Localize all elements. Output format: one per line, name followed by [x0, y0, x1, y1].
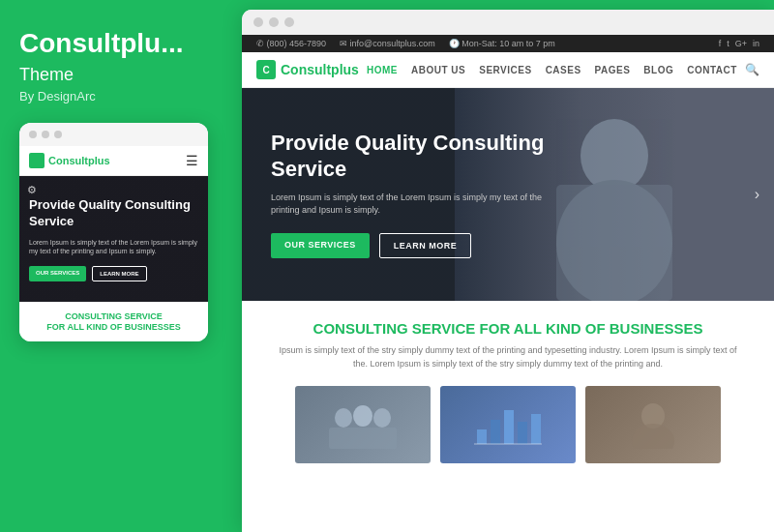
mobile-logo: Consultplus — [29, 153, 110, 168]
mobile-hero-text: Lorem Ipsum is simply text of the Lorem … — [29, 238, 198, 257]
mobile-logo-icon — [29, 153, 45, 168]
mobile-logo-text: Consultplus — [48, 155, 110, 166]
team-illustration — [324, 400, 402, 449]
mobile-services-button[interactable]: OUR SERVICES — [29, 266, 86, 281]
consulting-images — [271, 386, 745, 463]
svg-rect-11 — [531, 414, 541, 444]
mobile-preview-card: Consultplus ☰ ⚙ Provide Quality Consulti… — [19, 123, 208, 341]
search-icon[interactable]: 🔍 — [745, 63, 759, 76]
left-panel: Consultplu... Theme By DesignArc Consult… — [0, 0, 234, 532]
hero-next-arrow[interactable]: › — [755, 186, 759, 203]
theme-subtitle: Theme — [19, 65, 74, 85]
nav-links: HOME ABOUT US SERVICES CASES PAGES BLOG … — [367, 65, 737, 75]
svg-rect-9 — [504, 410, 514, 444]
svg-rect-6 — [329, 428, 397, 449]
site-logo-icon: C — [256, 60, 276, 79]
desktop-dot-2 — [269, 17, 279, 27]
mobile-dot-1 — [29, 131, 37, 138]
contact-info: ✆ (800) 456-7890 ✉ info@consultplus.com … — [256, 39, 555, 48]
hero-services-button[interactable]: OUR SERVICES — [271, 233, 370, 258]
desktop-dot-1 — [253, 17, 263, 27]
site-nav-bar: C Consultplus HOME ABOUT US SERVICES CAS… — [242, 52, 774, 88]
nav-link-contact[interactable]: CONTACT — [687, 65, 737, 75]
mobile-section-title: CONSULTING SERVICE FOR ALL KIND OF BUSIN… — [29, 311, 198, 334]
consulting-section: CONSULTING SERVICE FOR ALL KIND OF BUSIN… — [242, 301, 774, 483]
site-header-bar: ✆ (800) 456-7890 ✉ info@consultplus.com … — [242, 35, 774, 52]
chart-illustration — [469, 400, 547, 449]
mobile-consulting-section: CONSULTING SERVICE FOR ALL KIND OF BUSIN… — [19, 302, 208, 341]
email-info: ✉ info@consultplus.com — [340, 39, 435, 48]
facebook-icon[interactable]: f — [719, 39, 722, 48]
consulting-title: CONSULTING SERVICE FOR ALL KIND OF BUSIN… — [271, 320, 745, 337]
svg-point-5 — [373, 408, 391, 428]
person-image — [585, 386, 721, 463]
nav-link-pages[interactable]: PAGES — [595, 65, 631, 75]
hero-learn-button[interactable]: LEARN MORE — [379, 233, 472, 258]
nav-link-blog[interactable]: BLOG — [643, 65, 673, 75]
consulting-title-green: CONSULTING SERVICE — [313, 320, 476, 337]
team-image — [295, 386, 431, 463]
desktop-browser-bar — [242, 10, 774, 35]
mobile-dot-3 — [54, 131, 62, 138]
hero-title: Provide Quality Consulting Service — [271, 131, 561, 182]
social-links: f t G+ in — [719, 39, 759, 48]
consulting-title-rest: FOR ALL KIND OF BUSINESSES — [475, 320, 702, 337]
chart-image — [440, 386, 576, 463]
svg-point-14 — [632, 424, 674, 449]
nav-link-home[interactable]: HOME — [367, 65, 398, 75]
hero-body-text: Lorem Ipsum is simply text of the Lorem … — [271, 192, 561, 218]
svg-point-3 — [335, 408, 352, 428]
consulting-body: Ipsum is simply text of the stry simply … — [271, 344, 745, 370]
svg-rect-7 — [477, 429, 487, 444]
mobile-hero: ⚙ Provide Quality Consulting Service Lor… — [19, 176, 208, 302]
theme-title: Consultplu... — [19, 29, 184, 59]
googleplus-icon[interactable]: G+ — [735, 39, 747, 48]
desktop-dot-3 — [284, 17, 294, 27]
nav-link-services[interactable]: SERVICES — [479, 65, 531, 75]
nav-link-about[interactable]: ABOUT US — [411, 65, 465, 75]
mobile-nav: Consultplus ☰ — [19, 146, 208, 176]
hero-content: Provide Quality Consulting Service Lorem… — [271, 131, 561, 258]
nav-link-cases[interactable]: CASES — [546, 65, 581, 75]
person2-illustration — [614, 400, 692, 449]
hero-buttons: OUR SERVICES LEARN MORE — [271, 233, 561, 258]
mobile-dot-2 — [42, 131, 49, 138]
theme-author: By DesignArc — [19, 89, 96, 103]
site-logo: C Consultplus — [256, 60, 359, 79]
desktop-preview-panel: ✆ (800) 456-7890 ✉ info@consultplus.com … — [242, 10, 774, 532]
svg-point-4 — [353, 405, 372, 427]
mobile-top-bar — [19, 123, 208, 146]
twitter-icon[interactable]: t — [727, 39, 729, 48]
svg-rect-2 — [556, 185, 672, 301]
mobile-learn-button[interactable]: LEARN MORE — [92, 266, 146, 281]
linkedin-icon[interactable]: in — [753, 39, 759, 48]
svg-rect-10 — [518, 422, 527, 444]
phone-info: ✆ (800) 456-7890 — [256, 39, 326, 48]
mobile-hero-title: Provide Quality Consulting Service — [29, 188, 198, 230]
mobile-gear-icon: ⚙ — [27, 184, 37, 196]
mobile-hamburger-icon[interactable]: ☰ — [186, 153, 198, 168]
svg-rect-8 — [491, 420, 500, 444]
site-logo-text: Consultplus — [281, 62, 359, 77]
hours-info: 🕐 Mon-Sat: 10 am to 7 pm — [449, 39, 555, 48]
mobile-hero-buttons: OUR SERVICES LEARN MORE — [29, 266, 198, 281]
site-hero: Provide Quality Consulting Service Lorem… — [242, 88, 774, 301]
